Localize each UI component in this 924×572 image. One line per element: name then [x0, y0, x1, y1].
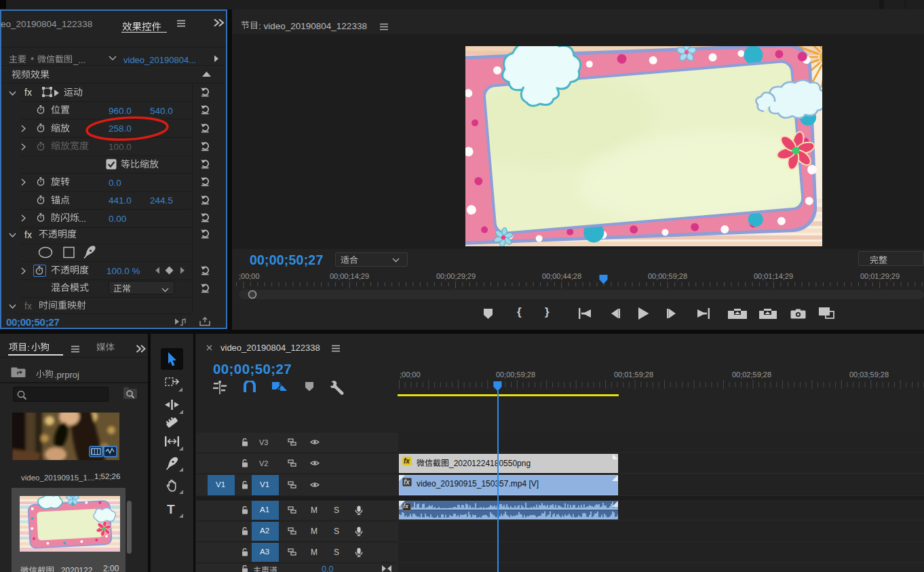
svg-text:00;03;59;28: 00;03;59;28: [849, 370, 889, 379]
svg-text:00;00;29;29: 00;00;29;29: [436, 272, 476, 280]
svg-text:00;00;59;28: 00;00;59;28: [496, 370, 535, 379]
svg-text:00;01;14;29: 00;01;14;29: [754, 272, 793, 280]
svg-text:00;01;29;29: 00;01;29;29: [860, 272, 900, 280]
svg-text:00;02;59;28: 00;02;59;28: [732, 370, 771, 379]
svg-text:00;00;59;28: 00;00;59;28: [648, 272, 687, 280]
svg-text:00;01;59;28: 00;01;59;28: [614, 370, 653, 379]
svg-text:00;00;14;29: 00;00;14;29: [330, 272, 369, 280]
svg-text:;00;00: ;00;00: [400, 370, 421, 379]
svg-text:;00;00: ;00;00: [239, 272, 260, 280]
svg-text:00;00;44;28: 00;00;44;28: [542, 272, 581, 280]
